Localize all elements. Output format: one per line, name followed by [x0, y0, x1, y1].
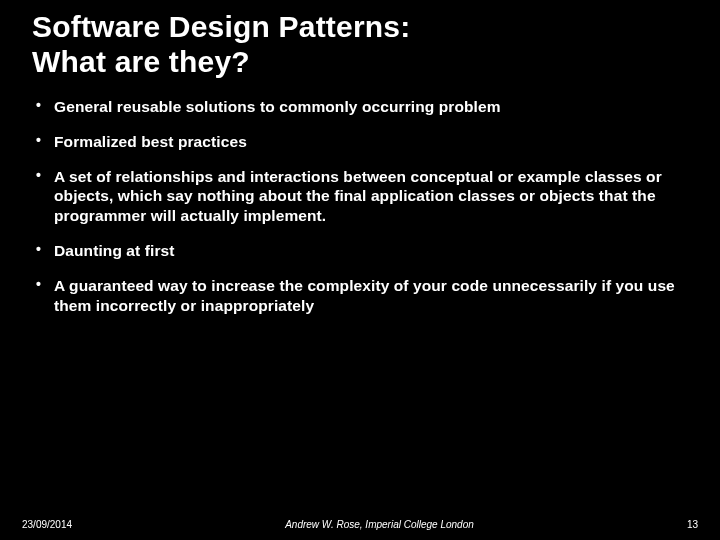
footer-date: 23/09/2014 — [22, 519, 72, 530]
slide-title: Software Design Patterns: What are they? — [32, 10, 688, 79]
list-item: A guaranteed way to increase the complex… — [32, 276, 688, 316]
footer-author: Andrew W. Rose, Imperial College London — [72, 519, 687, 530]
footer: 23/09/2014 Andrew W. Rose, Imperial Coll… — [0, 519, 720, 530]
list-item: A set of relationships and interactions … — [32, 167, 688, 226]
bullet-text: Formalized best practices — [54, 133, 247, 150]
list-item: General reusable solutions to commonly o… — [32, 97, 688, 117]
bullet-list: General reusable solutions to commonly o… — [32, 97, 688, 316]
bullet-text: A guaranteed way to increase the complex… — [54, 277, 675, 314]
title-line-2: What are they? — [32, 45, 250, 78]
list-item: Formalized best practices — [32, 132, 688, 152]
footer-page-number: 13 — [687, 519, 698, 530]
slide: Software Design Patterns: What are they?… — [0, 0, 720, 540]
bullet-text: General reusable solutions to commonly o… — [54, 98, 501, 115]
bullet-text: A set of relationships and interactions … — [54, 168, 662, 225]
bullet-text: Daunting at first — [54, 242, 175, 259]
title-line-1: Software Design Patterns: — [32, 10, 410, 43]
list-item: Daunting at first — [32, 241, 688, 261]
